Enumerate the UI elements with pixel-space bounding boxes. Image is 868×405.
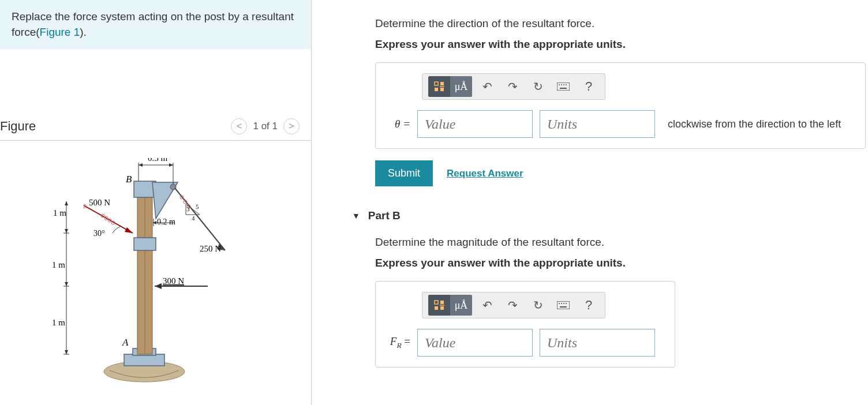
svg-rect-1 bbox=[124, 354, 164, 366]
parta-instruction: Express your answer with the appropriate… bbox=[375, 38, 868, 51]
figure-prev-button[interactable]: < bbox=[231, 118, 247, 134]
figure-section: Figure < 1 of 1 > bbox=[0, 49, 311, 405]
svg-marker-29 bbox=[65, 350, 68, 354]
svg-point-48 bbox=[566, 84, 567, 85]
svg-marker-22 bbox=[65, 201, 68, 205]
caret-down-icon: ▼ bbox=[352, 211, 360, 220]
label-a: A bbox=[122, 337, 129, 348]
svg-rect-41 bbox=[435, 88, 438, 91]
tri-4: 4 bbox=[192, 215, 195, 222]
force-500: 500 N bbox=[89, 198, 110, 207]
partb-header[interactable]: ▼ Part B bbox=[352, 209, 868, 222]
svg-marker-20 bbox=[155, 283, 162, 289]
svg-marker-33 bbox=[169, 163, 173, 167]
right-panel: Determine the direction of the resultant… bbox=[312, 0, 868, 405]
problem-statement: Replace the force system acting on the p… bbox=[0, 0, 311, 49]
template-buttons: μÅ bbox=[428, 76, 472, 97]
dim-1m-a: 1 m bbox=[53, 208, 66, 217]
svg-rect-55 bbox=[557, 301, 570, 309]
figure-count: 1 of 1 bbox=[253, 121, 278, 132]
svg-marker-32 bbox=[139, 163, 143, 167]
svg-rect-50 bbox=[435, 301, 438, 304]
figure-title: Figure bbox=[0, 119, 36, 134]
post-diagram: 0.5 m B 500 N 1 m 30° 0.2 m 3 4 5 250 N … bbox=[35, 158, 254, 389]
undo-icon[interactable]: ↶ bbox=[477, 295, 497, 316]
svg-point-47 bbox=[563, 84, 564, 85]
svg-marker-8 bbox=[125, 227, 133, 233]
partb-units-input[interactable] bbox=[540, 329, 655, 357]
svg-rect-49 bbox=[560, 88, 567, 89]
svg-point-57 bbox=[561, 303, 562, 304]
svg-marker-26 bbox=[65, 282, 68, 286]
fraction-icon[interactable] bbox=[428, 295, 450, 316]
reset-icon[interactable]: ↻ bbox=[527, 76, 548, 97]
partb-toolbar: μÅ ↶ ↷ ↻ ? bbox=[422, 292, 605, 318]
keyboard-icon[interactable] bbox=[553, 295, 574, 316]
keyboard-icon[interactable] bbox=[553, 76, 574, 97]
svg-point-46 bbox=[561, 84, 562, 85]
parta-value-input[interactable] bbox=[417, 110, 533, 138]
dim-02m: 0.2 m bbox=[157, 217, 175, 226]
redo-icon[interactable]: ↷ bbox=[502, 295, 523, 316]
tri-3: 3 bbox=[186, 205, 190, 212]
units-icon[interactable]: μÅ bbox=[450, 295, 472, 316]
svg-rect-54 bbox=[440, 306, 444, 310]
svg-point-56 bbox=[559, 303, 560, 304]
submit-button[interactable]: Submit bbox=[375, 160, 433, 186]
figure-image: 0.5 m B 500 N 1 m 30° 0.2 m 3 4 5 250 N … bbox=[0, 141, 311, 405]
fraction-icon[interactable] bbox=[428, 76, 450, 97]
svg-rect-40 bbox=[440, 82, 444, 85]
partb-input-row: FR = bbox=[387, 329, 663, 357]
template-buttons-b: μÅ bbox=[428, 295, 472, 316]
parta-units-input[interactable] bbox=[540, 110, 655, 138]
figure-next-button[interactable]: > bbox=[283, 118, 300, 134]
label-b: B bbox=[126, 174, 132, 185]
force-300: 300 N bbox=[163, 276, 184, 286]
dim-1m-b: 1 m bbox=[52, 260, 65, 269]
parta-submit-row: Submit Request Answer bbox=[375, 160, 868, 186]
parta-toolbar: μÅ ↶ ↷ ↻ ? bbox=[422, 73, 605, 100]
figure-link[interactable]: Figure 1 bbox=[40, 26, 80, 38]
parta-var-label: θ = bbox=[387, 118, 410, 130]
partb-value-input[interactable] bbox=[417, 329, 533, 357]
svg-rect-39 bbox=[435, 82, 438, 85]
svg-rect-60 bbox=[560, 306, 567, 308]
figure-nav: < 1 of 1 > bbox=[231, 118, 300, 134]
partb-question: Determine the magnitude of the resultant… bbox=[375, 236, 868, 249]
left-panel: Replace the force system acting on the p… bbox=[0, 0, 312, 405]
help-icon[interactable]: ? bbox=[578, 295, 599, 316]
angle-30: 30° bbox=[93, 229, 105, 238]
units-icon[interactable]: μÅ bbox=[450, 76, 472, 97]
parta-input-row: θ = clockwise from the direction to the … bbox=[387, 110, 854, 138]
partb-title: Part B bbox=[368, 209, 401, 222]
problem-text-suffix: ). bbox=[80, 26, 87, 38]
parta-question: Determine the direction of the resultant… bbox=[375, 17, 868, 30]
svg-point-58 bbox=[563, 303, 564, 304]
force-250: 250 N bbox=[200, 244, 221, 253]
svg-rect-43 bbox=[440, 88, 444, 91]
svg-rect-52 bbox=[435, 306, 438, 310]
partb-answer-box: μÅ ↶ ↷ ↻ ? FR = bbox=[375, 281, 675, 367]
reset-icon[interactable]: ↻ bbox=[527, 295, 548, 316]
svg-rect-13 bbox=[134, 238, 156, 250]
figure-header: Figure < 1 of 1 > bbox=[0, 118, 311, 141]
dim-1m-c: 1 m bbox=[52, 318, 65, 327]
svg-line-14 bbox=[175, 188, 225, 250]
request-answer-link[interactable]: Request Answer bbox=[447, 168, 523, 179]
partb-instruction: Express your answer with the appropriate… bbox=[375, 257, 868, 269]
svg-point-45 bbox=[559, 84, 560, 85]
parta-answer-box: μÅ ↶ ↷ ↻ ? θ = clockwise from the direct… bbox=[375, 62, 866, 149]
tri-5: 5 bbox=[196, 203, 199, 210]
svg-rect-44 bbox=[557, 82, 570, 91]
partb-var-label: FR = bbox=[387, 335, 410, 350]
parta-suffix: clockwise from the direction to the left bbox=[668, 118, 841, 130]
undo-icon[interactable]: ↶ bbox=[477, 76, 497, 97]
help-icon[interactable]: ? bbox=[578, 76, 599, 97]
redo-icon[interactable]: ↷ bbox=[502, 76, 523, 97]
svg-point-59 bbox=[566, 303, 567, 304]
svg-rect-51 bbox=[440, 301, 444, 304]
dim-top: 0.5 m bbox=[148, 158, 168, 163]
svg-marker-23 bbox=[65, 229, 68, 233]
